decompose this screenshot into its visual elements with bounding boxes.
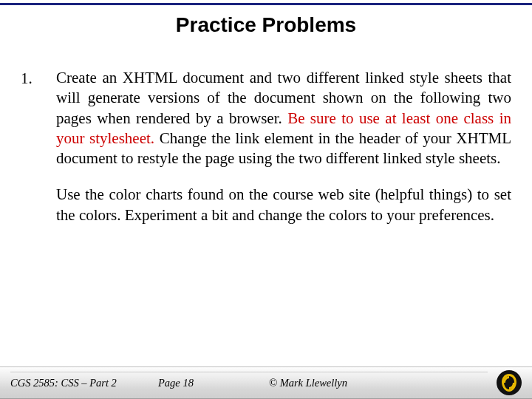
problem-item-1: 1. Create an XHTML document and two diff…: [21, 68, 511, 225]
page-title: Practice Problems: [0, 13, 532, 37]
ucf-pegasus-logo: [497, 370, 522, 395]
footer-rule: [10, 372, 488, 372]
top-rule: [0, 3, 532, 5]
problem-number: 1.: [21, 68, 56, 89]
slide-footer: CGS 2585: CSS – Part 2 Page 18 © Mark Ll…: [0, 366, 532, 399]
footer-page: Page 18: [158, 377, 269, 389]
problem-list: 1. Create an XHTML document and two diff…: [21, 68, 511, 225]
footer-copyright: © Mark Llewellyn: [269, 377, 497, 389]
problem-body: Create an XHTML document and two differe…: [56, 68, 511, 225]
problem-paragraph-2: Use the color charts found on the course…: [56, 185, 511, 225]
problem-paragraph-1: Create an XHTML document and two differe…: [56, 68, 511, 168]
footer-course: CGS 2585: CSS – Part 2: [10, 377, 158, 389]
